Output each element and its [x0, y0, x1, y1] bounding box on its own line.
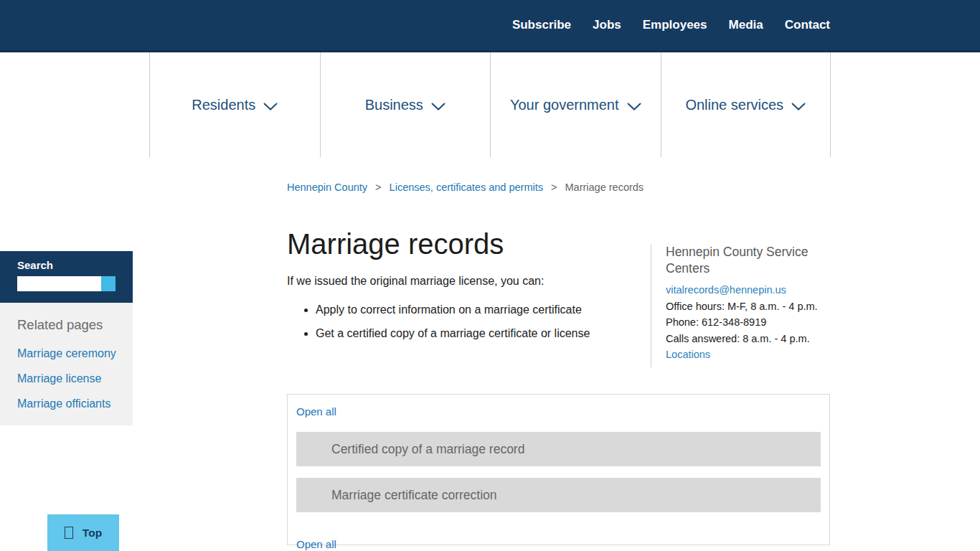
topbar-link-subscribe[interactable]: Subscribe	[512, 18, 571, 32]
contact-calls-answered: Calls answered: 8 a.m. - 4 p.m.	[666, 331, 831, 347]
contact-heading: Hennepin County Service Centers	[666, 244, 831, 277]
bullet-item: Get a certified copy of a marriage certi…	[316, 327, 624, 340]
accordion-panel: Open all Certified copy of a marriage re…	[287, 394, 830, 545]
page-title: Marriage records	[287, 228, 504, 260]
accordion-header-label: Certified copy of a marriage record	[296, 442, 524, 457]
chevron-down-icon	[431, 103, 446, 110]
nav-item-business[interactable]: Business	[320, 52, 491, 157]
related-link-marriage-officiants[interactable]: Marriage officiants	[17, 397, 126, 410]
nav-label: Residents	[192, 97, 255, 113]
back-to-top-label: Top	[83, 527, 102, 540]
nav-item-residents[interactable]: Residents	[149, 52, 320, 157]
breadcrumb-separator: >	[551, 182, 557, 193]
chevron-down-icon	[791, 103, 806, 110]
topbar-link-employees[interactable]: Employees	[643, 18, 707, 32]
nav-label: Online services	[685, 97, 783, 113]
sidebar-search-box: Search	[0, 251, 133, 303]
breadcrumb-current: Marriage records	[565, 182, 644, 193]
nav-label: Business	[365, 97, 423, 113]
main-navigation: Residents Business Your government Onlin…	[149, 52, 831, 157]
topbar-link-jobs[interactable]: Jobs	[593, 18, 621, 32]
related-link-marriage-license[interactable]: Marriage license	[17, 372, 126, 385]
breadcrumb-link-licenses[interactable]: Licenses, certificates and permits	[390, 182, 543, 193]
intro-bullet-list: Apply to correct information on a marria…	[287, 303, 624, 351]
breadcrumb-link-hennepin-county[interactable]: Hennepin County	[287, 182, 367, 193]
breadcrumb-separator: >	[375, 182, 381, 193]
contact-locations-link[interactable]: Locations	[666, 347, 831, 363]
contact-email-link[interactable]: vitalrecords@hennepin.us	[666, 282, 831, 298]
nav-item-online-services[interactable]: Online services	[661, 52, 831, 157]
nav-item-your-government[interactable]: Your government	[490, 52, 661, 157]
accordion-header-certified-copy[interactable]: Certified copy of a marriage record	[296, 432, 821, 466]
chevron-down-icon	[263, 103, 278, 110]
open-all-link-top[interactable]: Open all	[296, 405, 336, 418]
chevron-down-icon	[627, 103, 641, 110]
topbar-link-media[interactable]: Media	[729, 18, 763, 32]
arrow-up-icon	[65, 527, 73, 539]
open-all-link-bottom[interactable]: Open all	[296, 538, 336, 550]
top-utility-bar: Subscribe Jobs Employees Media Contact	[0, 0, 980, 52]
contact-info-panel: Hennepin County Service Centers vitalrec…	[651, 244, 831, 367]
topbar-link-contact[interactable]: Contact	[785, 18, 830, 32]
intro-text: If we issued the original marriage licen…	[287, 275, 544, 288]
nav-label: Your government	[510, 97, 619, 113]
accordion-header-certificate-correction[interactable]: Marriage certificate correction	[296, 478, 821, 512]
accordion-header-label: Marriage certificate correction	[296, 488, 497, 503]
search-button[interactable]	[101, 276, 116, 291]
related-pages-heading: Related pages	[17, 317, 126, 333]
related-pages-panel: Related pages Marriage ceremony Marriage…	[0, 303, 133, 425]
search-input[interactable]	[17, 276, 101, 291]
search-label: Search	[17, 259, 116, 271]
breadcrumb: Hennepin County > Licenses, certificates…	[287, 182, 644, 193]
contact-office-hours: Office hours: M-F, 8 a.m. - 4 p.m.	[666, 298, 831, 315]
contact-phone: Phone: 612-348-8919	[666, 314, 831, 331]
related-link-marriage-ceremony[interactable]: Marriage ceremony	[17, 347, 126, 360]
bullet-item: Apply to correct information on a marria…	[316, 303, 624, 316]
back-to-top-button[interactable]: Top	[47, 514, 119, 551]
